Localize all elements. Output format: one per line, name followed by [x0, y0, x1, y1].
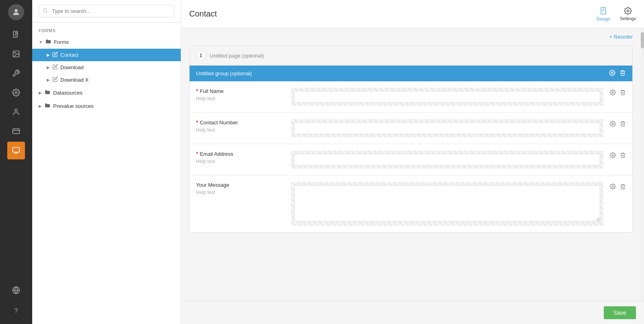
field-delete-btn-message[interactable]: [620, 184, 626, 191]
sidebar-item-prevalue-sources[interactable]: ▶ Prevalue sources: [32, 99, 181, 113]
sidebar-item-label-contact: Contact: [60, 52, 78, 58]
field-row-contact-number: * Contact Number Help text: [190, 113, 632, 144]
field-input-area-contact: [291, 119, 603, 137]
nav-icon-globe[interactable]: [7, 281, 25, 299]
svg-point-5: [15, 109, 18, 112]
field-label-text-message: Your Message: [196, 182, 229, 188]
search-input[interactable]: [39, 5, 174, 17]
field-input-area-full-name: [291, 88, 603, 106]
field-settings-btn-message[interactable]: [610, 184, 616, 191]
arrow-down-icon: ▼: [39, 40, 43, 44]
field-settings-btn-full-name[interactable]: [610, 89, 616, 97]
arrow-right-icon-5: ▶: [39, 104, 42, 108]
svg-point-23: [612, 155, 614, 156]
field-label-full-name: * Full Name: [196, 88, 285, 94]
svg-rect-6: [13, 129, 20, 134]
nav-icon-image[interactable]: [7, 45, 25, 63]
field-delete-btn-full-name[interactable]: [620, 89, 626, 97]
field-row-full-name: * Full Name Help text: [190, 81, 632, 113]
save-button[interactable]: Save: [604, 306, 636, 319]
field-input-contact[interactable]: [294, 122, 600, 134]
field-label-text-full-name: Full Name: [200, 88, 223, 94]
field-input-email[interactable]: [294, 154, 600, 165]
sidebar-item-label-forms: Forms: [54, 39, 69, 45]
field-actions-contact: [610, 119, 626, 128]
field-input-message[interactable]: [294, 185, 600, 221]
group-header-actions: [609, 70, 626, 77]
field-input-full-name[interactable]: [294, 91, 600, 103]
folder-icon: [45, 38, 52, 46]
svg-line-14: [46, 12, 47, 12]
field-help-full-name: Help text: [196, 96, 285, 101]
field-delete-btn-email[interactable]: [620, 152, 626, 159]
field-row-message: Your Message Help text: [190, 175, 632, 232]
nav-icon-doc[interactable]: [7, 26, 25, 43]
field-label-area-contact-number: * Contact Number Help text: [196, 119, 285, 133]
field-actions-message: [610, 182, 626, 191]
nav-icon-wrench[interactable]: [7, 64, 25, 82]
nav-icon-person[interactable]: [7, 103, 25, 121]
field-help-email: Help text: [196, 159, 285, 164]
field-label-area-full-name: * Full Name Help text: [196, 88, 285, 101]
search-bar: [32, 0, 181, 23]
group-header: Untitled group (optional): [190, 66, 632, 81]
page-section: 1 Untitled page (optional) Untitled grou…: [189, 45, 633, 233]
field-label-email: * Email Address: [196, 151, 285, 157]
field-delete-btn-contact[interactable]: [620, 121, 626, 128]
sidebar-item-download[interactable]: ▶ Download: [32, 61, 181, 74]
page-title: Contact: [189, 9, 217, 19]
svg-point-3: [14, 52, 16, 54]
required-star-full-name: *: [196, 88, 198, 94]
avatar[interactable]: [8, 4, 24, 20]
svg-point-4: [15, 92, 17, 94]
field-settings-btn-email[interactable]: [610, 152, 616, 159]
field-label-area-message: Your Message Help text: [196, 182, 285, 195]
folder-icon-3: [44, 102, 51, 110]
group-title: Untitled group (optional): [196, 70, 252, 76]
field-label-text-contact: Contact Number: [200, 120, 238, 126]
folder-icon-2: [44, 89, 51, 97]
sidebar-item-datasources[interactable]: ▶ Datasources: [32, 86, 181, 99]
group-section: Untitled group (optional): [190, 66, 632, 232]
group-settings-icon[interactable]: [609, 70, 615, 77]
arrow-right-icon-4: ▶: [39, 91, 42, 95]
design-button[interactable]: Design: [597, 6, 610, 21]
field-settings-btn-contact[interactable]: [610, 121, 616, 128]
design-label: Design: [597, 17, 610, 21]
main-content: Contact Design Settings: [181, 0, 644, 324]
nav-icon-card[interactable]: [7, 122, 25, 140]
field-label-message: Your Message: [196, 182, 285, 188]
svg-point-13: [43, 8, 47, 12]
sidebar-item-label-download: Download: [60, 64, 84, 70]
field-input-area-email: [291, 151, 603, 169]
forms-section-label: FORMS: [32, 23, 181, 35]
form-fields: * Full Name Help text: [190, 81, 632, 232]
nav-icon-help[interactable]: ?: [7, 302, 25, 320]
nav-icon-display[interactable]: [7, 142, 25, 159]
reorder-button[interactable]: + Reorder: [609, 34, 633, 40]
nav-icon-gear[interactable]: [7, 84, 25, 101]
icon-sidebar: ?: [0, 0, 32, 324]
sidebar-item-forms-root[interactable]: ▼ Forms: [32, 35, 181, 49]
form-edit-icon: [52, 52, 58, 58]
required-star-email: *: [196, 151, 198, 157]
sidebar-item-download-x[interactable]: ▶ Download X: [32, 74, 181, 86]
svg-rect-8: [13, 148, 20, 153]
sidebar-item-contact[interactable]: ▶ Contact: [32, 49, 181, 61]
page-header: 1 Untitled page (optional): [190, 46, 632, 66]
page-title-text: Untitled page (optional): [210, 53, 264, 59]
top-bar-actions: Design Settings: [597, 6, 636, 21]
field-label-contact-number: * Contact Number: [196, 119, 285, 126]
field-actions-full-name: [610, 88, 626, 97]
settings-label: Settings: [620, 16, 636, 21]
search-icon: [43, 8, 48, 14]
sidebar-item-label-prevalue: Prevalue sources: [53, 103, 93, 109]
arrow-right-icon-3: ▶: [47, 78, 50, 82]
reorder-bar: + Reorder: [181, 28, 641, 45]
field-input-area-message: [291, 182, 603, 226]
settings-button[interactable]: Settings: [620, 7, 636, 21]
sidebar-item-label-download-x: Download X: [60, 77, 89, 83]
form-edit-icon-3: [52, 76, 58, 83]
svg-point-22: [612, 123, 614, 125]
group-delete-icon[interactable]: [619, 70, 626, 77]
